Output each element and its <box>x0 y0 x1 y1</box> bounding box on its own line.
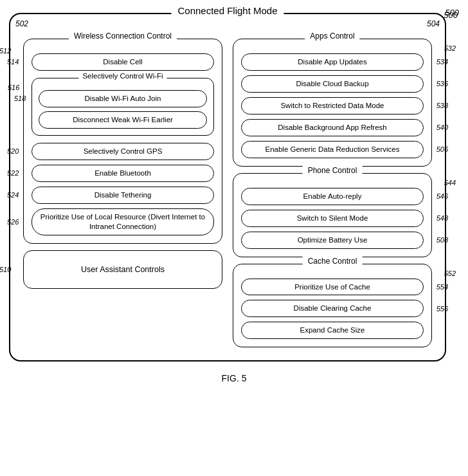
ref-514-label: 514 <box>7 58 19 66</box>
cache-item-1-pill[interactable]: Disable Clearing Cache <box>241 300 424 317</box>
ref-508-label: 508 <box>437 236 448 244</box>
user-assistant-box: 510 User Assistant Controls <box>23 250 222 289</box>
phone-section-title: Phone Control <box>303 166 363 175</box>
phone-section: Phone Control 544 Enable Auto-reply 546 … <box>233 173 432 257</box>
app-item-4-pill[interactable]: Enable Generic Data Reduction Services <box>241 141 424 158</box>
local-resource-wrapper: Prioritize Use of Local Resource (Divert… <box>32 208 214 235</box>
ref-554-label: 554 <box>437 283 448 291</box>
ref-502: 502 <box>15 19 28 28</box>
ref-518-label: 518 <box>14 95 26 102</box>
gps-pill[interactable]: Selectively Control GPS <box>32 143 214 160</box>
ref-532-label: 532 <box>444 44 456 52</box>
disable-cell-pill[interactable]: Disable Cell <box>32 53 214 71</box>
cache-item-1-wrapper: Disable Clearing Cache 556 <box>241 300 424 317</box>
ref-556-label: 556 <box>437 305 448 313</box>
cache-item-0-pill[interactable]: Prioritize Use of Cache <box>241 279 424 296</box>
ref-510-label: 510 <box>0 266 11 273</box>
tethering-wrapper: Disable Tethering 524 <box>32 187 214 204</box>
app-item-2-wrapper: Switch to Restricted Data Mode 538 <box>241 97 424 114</box>
app-item-3-pill[interactable]: Disable Background App Refresh <box>241 119 424 136</box>
ref-548-label: 548 <box>437 214 448 222</box>
app-item-3-wrapper: Disable Background App Refresh 540 <box>241 119 424 136</box>
phone-item-2-pill[interactable]: Optimize Battery Use <box>241 232 424 249</box>
phone-item-1-pill[interactable]: Switch to Silent Mode <box>241 210 424 227</box>
ref-516-label: 516 <box>8 84 19 91</box>
ref-536-label: 536 <box>437 80 448 87</box>
cache-section-title: Cache Control <box>303 257 363 266</box>
ref-504: 504 <box>427 19 440 28</box>
gps-wrapper: Selectively Control GPS 520 <box>32 143 214 160</box>
phone-item-0-pill[interactable]: Enable Auto-reply <box>241 188 424 205</box>
wifi-section-title: Selectively Control Wi-Fi <box>78 72 166 80</box>
phone-item-2-wrapper: Optimize Battery Use 508 <box>241 232 424 249</box>
ref-520-label: 520 <box>7 147 19 155</box>
wireless-section: Wireless Connection Control 512 Disable … <box>23 39 222 244</box>
ref-500-outer: 500 <box>444 10 458 20</box>
wifi-item1-pill[interactable]: Disable Wi-Fi Auto Join <box>39 90 207 107</box>
wifi-section: Selectively Control Wi-Fi 516 Disable Wi… <box>32 78 214 136</box>
wifi-item1-wrapper: Disable Wi-Fi Auto Join 518 <box>39 90 207 107</box>
cache-item-2-pill[interactable]: Expand Cache Size <box>241 322 424 339</box>
ref-552-label: 552 <box>444 270 456 277</box>
bluetooth-wrapper: Enable Bluetooth 522 <box>32 165 214 182</box>
ref-546-label: 546 <box>437 192 448 200</box>
local-resource-pill[interactable]: Prioritize Use of Local Resource (Divert… <box>32 208 214 235</box>
cache-item-0-wrapper: Prioritize Use of Cache 554 <box>241 279 424 296</box>
wifi-item2-pill[interactable]: Disconnect Weak Wi-Fi Earlier <box>39 111 207 129</box>
bluetooth-pill[interactable]: Enable Bluetooth <box>32 165 214 182</box>
ref-534-label: 534 <box>437 58 448 66</box>
wireless-section-title: Wireless Connection Control <box>69 32 177 41</box>
cache-section: Cache Control 552 Prioritize Use of Cach… <box>233 264 432 348</box>
ref-544-label: 544 <box>444 179 456 187</box>
phone-item-1-wrapper: Switch to Silent Mode 548 <box>241 210 424 227</box>
user-assistant-label: User Assistant Controls <box>81 265 165 274</box>
ref-526-label: 526 <box>7 218 19 226</box>
outer-title: Connected Flight Mode <box>171 5 284 16</box>
apps-section: Apps Control 532 Disable App Updates 534… <box>233 39 432 167</box>
ref-524-label: 524 <box>7 191 19 199</box>
app-item-1-pill[interactable]: Disable Cloud Backup <box>241 75 424 93</box>
app-item-2-pill[interactable]: Switch to Restricted Data Mode <box>241 97 424 114</box>
app-item-4-wrapper: Enable Generic Data Reduction Services 5… <box>241 141 424 158</box>
wifi-item2-wrapper: Disconnect Weak Wi-Fi Earlier <box>39 111 207 129</box>
ref-522-label: 522 <box>7 169 19 177</box>
left-column: Wireless Connection Control 512 Disable … <box>23 39 222 347</box>
tethering-pill[interactable]: Disable Tethering <box>32 187 214 204</box>
ref-512: 512 <box>0 47 11 55</box>
cache-item-2-wrapper: Expand Cache Size <box>241 322 424 339</box>
main-diagram: 502 504 Connected Flight Mode Wireless C… <box>9 13 446 362</box>
app-item-0-pill[interactable]: Disable App Updates <box>241 53 424 71</box>
app-item-0-wrapper: Disable App Updates 534 <box>241 53 424 71</box>
disable-cell-wrapper: Disable Cell 514 <box>32 53 214 71</box>
app-item-1-wrapper: Disable Cloud Backup 536 <box>241 75 424 93</box>
ref-506-label: 506 <box>437 145 448 153</box>
figure-label: FIG. 5 <box>222 373 247 383</box>
ref-540-label: 540 <box>437 124 448 131</box>
apps-section-title: Apps Control <box>305 32 359 41</box>
phone-item-0-wrapper: Enable Auto-reply 546 <box>241 188 424 205</box>
ref-538-label: 538 <box>437 102 448 109</box>
right-column: Apps Control 532 Disable App Updates 534… <box>233 39 432 347</box>
